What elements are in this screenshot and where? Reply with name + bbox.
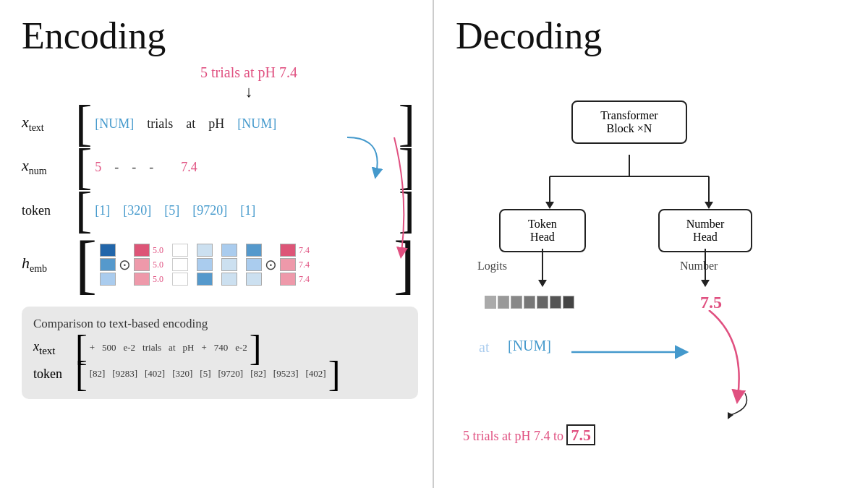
token-row: token [ [1] [320] [5] [9720] [1] ] — [22, 192, 418, 228]
emb-values-1: 5.0 5.0 5.0 — [153, 244, 163, 286]
svg-marker-7 — [538, 280, 547, 287]
dash-2: - — [132, 160, 136, 175]
dash-1: - — [114, 160, 119, 175]
emb-item-5: ⊙ 7.4 7.4 7.4 — [246, 244, 310, 286]
tok-9720: [9720] — [192, 203, 227, 218]
token-NUM-2: [NUM] — [237, 116, 276, 132]
token-head-arrow — [456, 249, 600, 299]
small-black-curve — [716, 386, 752, 422]
x-text-content: [NUM] trials at pH [NUM] — [95, 116, 395, 132]
emb-item-3 — [197, 244, 213, 286]
token-at: at — [186, 116, 195, 132]
comparison-box: Comparison to text-based encoding xtext … — [22, 307, 418, 399]
h-emb-content: ⊙ 5.0 5.0 5.0 — [100, 244, 391, 286]
comp-x-text-row: xtext [ + 500 e-2 trials at pH + 740 e-2… — [33, 337, 407, 359]
emb-values-5: 7.4 7.4 7.4 — [299, 244, 310, 286]
h-emb-row: hemb [ ⊙ 5.0 — [22, 236, 418, 294]
comp-x-text-tokens: + 500 e-2 trials at pH + 740 e-2 — [90, 342, 247, 354]
emb-col-blue-5 — [246, 244, 262, 286]
result-value-box: 7.5 — [566, 424, 595, 445]
pink-arrow-7-4-down — [373, 137, 416, 267]
number-head-arrow — [637, 249, 781, 299]
transformer-box: TransformerBlock ×N — [571, 100, 687, 144]
token-pH: pH — [208, 116, 224, 132]
svg-marker-11 — [728, 412, 733, 419]
decoding-panel: Decoding TransformerBlock ×N TokenHead — [434, 0, 868, 488]
token-content: [1] [320] [5] [9720] [1] — [95, 203, 395, 218]
num-token: [NUM] — [508, 338, 551, 354]
comp-token-row: token [ [82] [9283] [402] [320] [5] [972… — [33, 363, 407, 385]
h-emb-label: hemb — [22, 254, 72, 275]
encoding-title: Encoding — [22, 14, 418, 57]
emb-col-blue-1 — [100, 244, 116, 286]
decoding-title: Decoding — [456, 14, 854, 57]
logits-bar — [485, 296, 574, 309]
token-NUM-1: [NUM] — [95, 116, 134, 132]
number-head-box: NumberHead — [658, 209, 752, 252]
number-value-7-5: 7.5 — [700, 293, 722, 312]
dash-3: - — [149, 160, 153, 175]
x-text-label: xtext — [22, 113, 72, 134]
comp-token-tokens: [82] [9283] [402] [320] [5] [9720] [82] … — [90, 368, 326, 380]
comparison-title: Comparison to text-based encoding — [33, 317, 407, 331]
x-num-label: xnum — [22, 156, 72, 177]
trial-label: 5 trials at pH 7.4 — [80, 64, 418, 81]
emb-item-1: ⊙ 5.0 5.0 5.0 — [100, 244, 163, 286]
svg-marker-9 — [701, 280, 710, 287]
token-head-box: TokenHead — [499, 209, 586, 252]
encoding-panel: Encoding 5 trials at pH 7.4 ↓ xtext [ [N… — [0, 0, 434, 488]
result-sentence: 5 trials at pH 7.4 to 7.5 — [463, 426, 595, 445]
diagram: TransformerBlock ×N TokenHead NumberHead — [456, 100, 846, 488]
tok-5: [5] — [164, 203, 179, 218]
token-label: token — [22, 203, 72, 218]
tok-1-2: [1] — [240, 203, 255, 218]
tok-320: [320] — [123, 203, 151, 218]
at-token: at — [479, 339, 489, 356]
tok-1: [1] — [95, 203, 110, 218]
svg-marker-4 — [545, 202, 554, 209]
num-5: 5 — [95, 160, 101, 175]
num-7-4: 7.4 — [181, 160, 197, 175]
trial-arrow: ↓ — [80, 82, 418, 101]
emb-col-pink-1 — [134, 244, 150, 286]
token-trials: trials — [147, 116, 173, 132]
svg-marker-5 — [705, 202, 713, 209]
emb-item-4 — [221, 244, 237, 286]
emb-col-pink-5 — [280, 244, 296, 286]
tree-lines — [456, 155, 846, 213]
emb-item-2 — [172, 244, 188, 286]
